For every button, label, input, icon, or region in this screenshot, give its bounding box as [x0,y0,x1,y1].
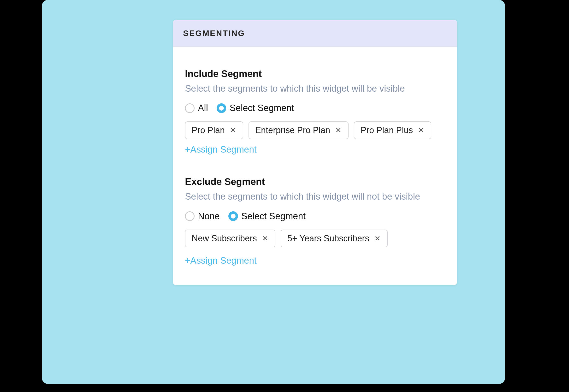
chip-label: Pro Plan [192,125,225,135]
radio-unchecked-icon [185,103,194,113]
include-assign-segment-link[interactable]: +Assign Segment [185,144,257,155]
radio-unchecked-icon [185,211,194,221]
close-icon[interactable]: ✕ [418,127,425,134]
chip-label: Enterprise Pro Plan [255,125,330,135]
include-title: Include Segment [185,68,445,79]
radio-checked-icon [217,103,226,113]
card-body: Include Segment Select the segments to w… [173,47,457,285]
card-header: SEGMENTING [173,20,457,47]
include-radio-select-label: Select Segment [230,103,294,113]
include-radio-row: All Select Segment [185,103,445,113]
exclude-description: Select the segments to which this widget… [185,191,445,203]
chip-label: Pro Plan Plus [361,125,413,135]
exclude-assign-segment-link[interactable]: +Assign Segment [185,255,257,266]
include-radio-all[interactable]: All [185,103,208,113]
chip-5plus-years-subscribers[interactable]: 5+ Years Subscribers ✕ [281,230,388,247]
exclude-radio-select-label: Select Segment [241,211,305,222]
include-radio-all-label: All [198,103,208,113]
include-radio-select[interactable]: Select Segment [217,103,294,113]
exclude-radio-none-label: None [198,211,220,222]
exclude-chips: New Subscribers ✕ 5+ Years Subscribers ✕ [185,230,445,247]
chip-label: New Subscribers [192,233,257,243]
close-icon[interactable]: ✕ [262,235,269,242]
chip-label: 5+ Years Subscribers [287,233,369,243]
include-section: Include Segment Select the segments to w… [185,68,445,155]
background-panel: SEGMENTING Include Segment Select the se… [42,0,505,384]
chip-enterprise-pro-plan[interactable]: Enterprise Pro Plan ✕ [249,121,348,139]
card-title: SEGMENTING [183,28,447,38]
exclude-radio-row: None Select Segment [185,211,445,222]
exclude-radio-none[interactable]: None [185,211,220,222]
include-chips: Pro Plan ✕ Enterprise Pro Plan ✕ Pro Pla… [185,121,445,155]
chip-pro-plan[interactable]: Pro Plan ✕ [185,121,243,139]
segmenting-card: SEGMENTING Include Segment Select the se… [173,20,457,285]
include-description: Select the segments to which this widget… [185,83,445,95]
close-icon[interactable]: ✕ [230,127,236,134]
exclude-section: Exclude Segment Select the segments to w… [185,176,445,266]
close-icon[interactable]: ✕ [374,235,381,242]
exclude-radio-select[interactable]: Select Segment [228,211,305,222]
radio-checked-icon [228,211,238,221]
exclude-title: Exclude Segment [185,176,445,187]
stage: SEGMENTING Include Segment Select the se… [0,0,569,392]
chip-pro-plan-plus[interactable]: Pro Plan Plus ✕ [354,121,431,139]
chip-new-subscribers[interactable]: New Subscribers ✕ [185,230,275,247]
close-icon[interactable]: ✕ [335,127,342,134]
